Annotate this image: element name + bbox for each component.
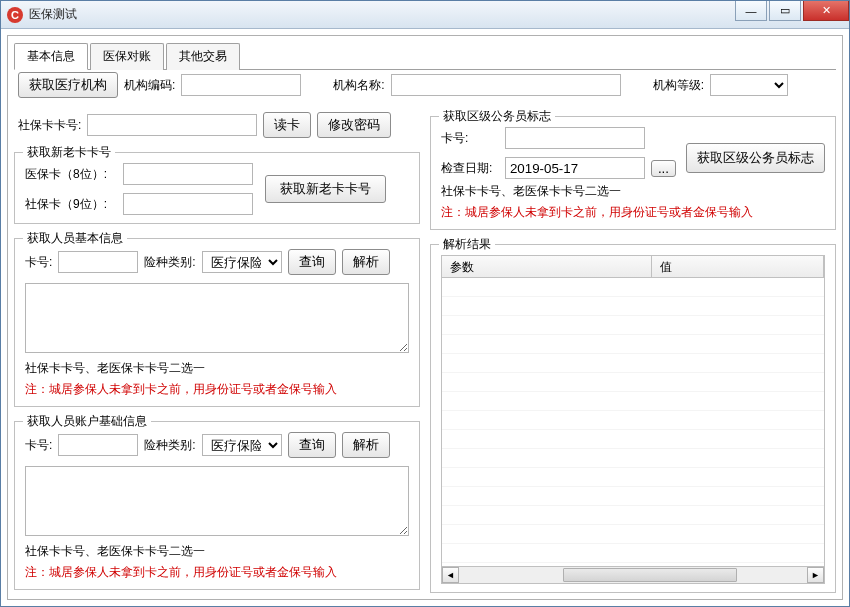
account-note1: 社保卡卡号、老医保卡卡号二选一 (25, 543, 409, 560)
fetch-civil-button[interactable]: 获取区级公务员标志 (686, 143, 825, 173)
fetch-new-old-button[interactable]: 获取新老卡卡号 (265, 175, 386, 203)
civil-date-label: 检查日期: (441, 160, 499, 177)
soc-card-input[interactable] (87, 114, 257, 136)
account-parse-button[interactable]: 解析 (342, 432, 390, 458)
basic-note2: 注：城居参保人未拿到卡之前，用身份证号或者金保号输入 (25, 381, 409, 398)
app-icon: C (7, 7, 23, 23)
card-read-row: 社保卡卡号: 读卡 修改密码 (18, 112, 420, 138)
tab-other-transaction[interactable]: 其他交易 (166, 43, 240, 70)
parse-result-legend: 解析结果 (439, 236, 495, 253)
content-area: 基本信息 医保对账 其他交易 获取医疗机构 机构编码: 机构名称: 机构等级: … (7, 35, 843, 600)
scroll-right-button[interactable]: ► (807, 567, 824, 583)
org-level-label: 机构等级: (653, 77, 704, 94)
group-person-basic-legend: 获取人员基本信息 (23, 230, 127, 247)
basic-note1: 社保卡卡号、老医保卡卡号二选一 (25, 360, 409, 377)
maximize-button[interactable]: ▭ (769, 1, 801, 21)
basic-card-input[interactable] (58, 251, 138, 273)
basic-card-label: 卡号: (25, 254, 52, 271)
read-card-button[interactable]: 读卡 (263, 112, 311, 138)
group-person-account: 获取人员账户基础信息 卡号: 险种类别: 医疗保险 查询 解析 社保卡卡号、老医… (14, 421, 420, 590)
account-query-button[interactable]: 查询 (288, 432, 336, 458)
soc-card-label: 社保卡卡号: (18, 117, 81, 134)
basic-query-button[interactable]: 查询 (288, 249, 336, 275)
scroll-left-button[interactable]: ◄ (442, 567, 459, 583)
tab-reconciliation[interactable]: 医保对账 (90, 43, 164, 70)
col-header-value[interactable]: 值 (652, 256, 824, 277)
account-card-label: 卡号: (25, 437, 52, 454)
col-header-param[interactable]: 参数 (442, 256, 652, 277)
group-person-account-legend: 获取人员账户基础信息 (23, 413, 151, 430)
tab-basic-info[interactable]: 基本信息 (14, 43, 88, 70)
scroll-thumb[interactable] (563, 568, 737, 582)
parse-table-header: 参数 值 (442, 256, 824, 278)
fetch-org-button[interactable]: 获取医疗机构 (18, 72, 118, 98)
minimize-button[interactable]: — (735, 1, 767, 21)
org-level-select[interactable] (710, 74, 788, 96)
org-toolbar: 获取医疗机构 机构编码: 机构名称: 机构等级: (14, 70, 836, 104)
med-card-8-label: 医保卡（8位）: (25, 166, 117, 183)
titlebar: C 医保测试 — ▭ ✕ (1, 1, 849, 29)
parse-result-table: 参数 值 ◄ ► (441, 255, 825, 584)
date-picker-button[interactable]: ... (651, 160, 676, 177)
group-parse-result: 解析结果 参数 值 ◄ ► (430, 244, 836, 593)
org-name-input[interactable] (391, 74, 621, 96)
civil-note2: 注：城居参保人未拿到卡之前，用身份证号或者金保号输入 (441, 204, 825, 221)
civil-card-label: 卡号: (441, 130, 499, 147)
tab-bar: 基本信息 医保对账 其他交易 (14, 42, 836, 70)
account-result-textarea[interactable] (25, 466, 409, 536)
left-column: 社保卡卡号: 读卡 修改密码 获取新老卡卡号 医保卡（8位）: (14, 112, 420, 593)
window-title: 医保测试 (29, 6, 733, 23)
basic-instype-select[interactable]: 医疗保险 (202, 251, 282, 273)
med-card-8-input[interactable] (123, 163, 253, 185)
group-civil-servant: 获取区级公务员标志 卡号: 检查日期: ... (430, 116, 836, 230)
account-instype-select[interactable]: 医疗保险 (202, 434, 282, 456)
group-civil-legend: 获取区级公务员标志 (439, 108, 555, 125)
account-instype-label: 险种类别: (144, 437, 195, 454)
civil-note1: 社保卡卡号、老医保卡卡号二选一 (441, 183, 825, 200)
basic-parse-button[interactable]: 解析 (342, 249, 390, 275)
account-note2: 注：城居参保人未拿到卡之前，用身份证号或者金保号输入 (25, 564, 409, 581)
org-name-label: 机构名称: (333, 77, 384, 94)
group-person-basic: 获取人员基本信息 卡号: 险种类别: 医疗保险 查询 解析 社保卡卡号、老医保卡… (14, 238, 420, 407)
change-password-button[interactable]: 修改密码 (317, 112, 391, 138)
right-column: 获取区级公务员标志 卡号: 检查日期: ... (430, 112, 836, 593)
close-button[interactable]: ✕ (803, 1, 849, 21)
soc-card-9-label: 社保卡（9位）: (25, 196, 117, 213)
group-new-old-card: 获取新老卡卡号 医保卡（8位）: 社保卡（9位）: (14, 152, 420, 224)
account-card-input[interactable] (58, 434, 138, 456)
civil-card-input[interactable] (505, 127, 645, 149)
basic-result-textarea[interactable] (25, 283, 409, 353)
window-buttons: — ▭ ✕ (733, 1, 849, 28)
org-code-input[interactable] (181, 74, 301, 96)
group-new-old-legend: 获取新老卡卡号 (23, 144, 115, 161)
parse-table-body (442, 278, 824, 566)
window: C 医保测试 — ▭ ✕ 基本信息 医保对账 其他交易 获取医疗机构 机构编码:… (0, 0, 850, 607)
soc-card-9-input[interactable] (123, 193, 253, 215)
scroll-track[interactable] (459, 567, 807, 583)
body-columns: 社保卡卡号: 读卡 修改密码 获取新老卡卡号 医保卡（8位）: (14, 104, 836, 593)
h-scrollbar[interactable]: ◄ ► (442, 566, 824, 583)
civil-date-input[interactable] (505, 157, 645, 179)
basic-instype-label: 险种类别: (144, 254, 195, 271)
org-code-label: 机构编码: (124, 77, 175, 94)
